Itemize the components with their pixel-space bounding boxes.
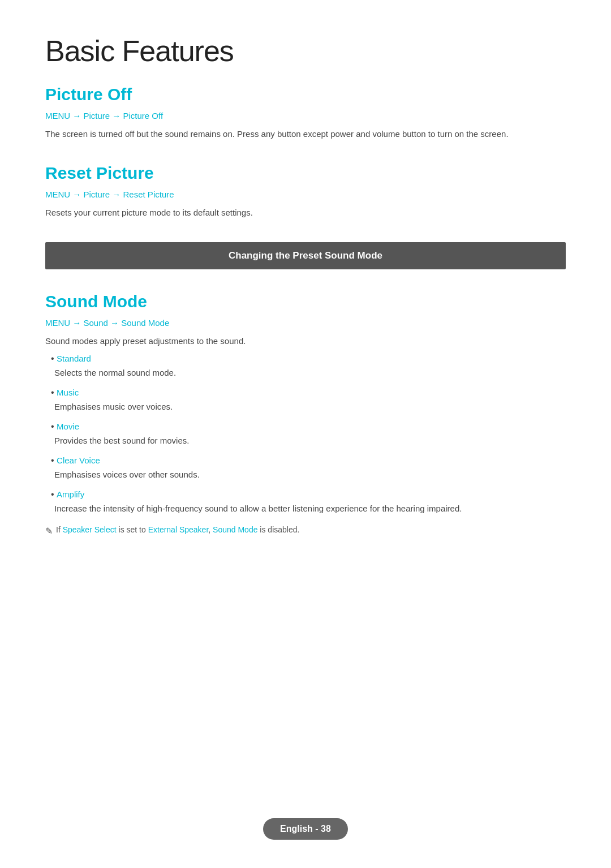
music-desc: Emphasises music over voices. [45,400,566,414]
reset-picture-body: Resets your current picture mode to its … [45,206,566,220]
note-icon: ✎ [45,524,53,539]
picture-off-body: The screen is turned off but the sound r… [45,127,566,141]
breadcrumb-menu: MENU [45,318,70,328]
preset-sound-mode-banner: Changing the Preset Sound Mode [45,242,566,269]
breadcrumb-arrow1: → [72,318,83,328]
note-text: If Speaker Select is set to External Spe… [56,523,299,536]
list-item: Amplify [51,489,566,500]
picture-off-breadcrumb: MENU → Picture → Picture Off [45,111,566,121]
note-line: ✎ If Speaker Select is set to External S… [45,523,566,539]
reset-picture-section: Reset Picture MENU → Picture → Reset Pic… [45,164,566,220]
list-item: Clear Voice [51,456,566,466]
note-text-before: If [56,525,61,534]
breadcrumb-sound: Sound [84,318,108,328]
page-footer: English - 38 [0,818,611,840]
sound-mode-heading: Sound Mode [45,292,566,311]
sound-mode-note-text: Sound Mode [213,525,257,534]
page-title: Basic Features [45,34,566,68]
list-item: Movie [51,422,566,432]
clear-voice-desc: Emphasises voices over other sounds. [45,468,566,482]
picture-off-heading: Picture Off [45,85,566,104]
movie-link: Movie [57,422,79,431]
music-link: Music [57,388,79,397]
standard-desc: Selects the normal sound mode. [45,366,566,380]
sound-mode-section: Sound Mode MENU → Sound → Sound Mode Sou… [45,292,566,539]
note-text-middle1: is set to [119,525,148,534]
reset-picture-breadcrumb: MENU → Picture → Reset Picture [45,190,566,199]
list-item: Standard [51,354,566,364]
movie-desc: Provides the best sound for movies. [45,434,566,448]
standard-link: Standard [57,354,91,363]
amplify-link: Amplify [57,489,84,499]
page-number-badge: English - 38 [263,818,348,840]
clear-voice-list: Clear Voice [45,456,566,466]
list-item: Music [51,388,566,398]
external-speaker-text: External Speaker [148,525,209,534]
breadcrumb-arrow2: → [110,318,121,328]
note-text-end: is disabled. [260,525,299,534]
breadcrumb-mode: Sound Mode [121,318,169,328]
music-list: Music [45,388,566,398]
note-comma: , [208,525,213,534]
reset-picture-heading: Reset Picture [45,164,566,183]
picture-off-section: Picture Off MENU → Picture → Picture Off… [45,85,566,141]
amplify-desc: Increase the intensity of high-frequency… [45,502,566,515]
sound-mode-list: Standard [45,354,566,364]
movie-list: Movie [45,422,566,432]
amplify-list: Amplify [45,489,566,500]
speaker-select-text: Speaker Select [63,525,117,534]
sound-mode-breadcrumb: MENU → Sound → Sound Mode [45,318,566,328]
sound-mode-intro: Sound modes apply preset adjustments to … [45,334,566,348]
clear-voice-link: Clear Voice [57,456,100,465]
